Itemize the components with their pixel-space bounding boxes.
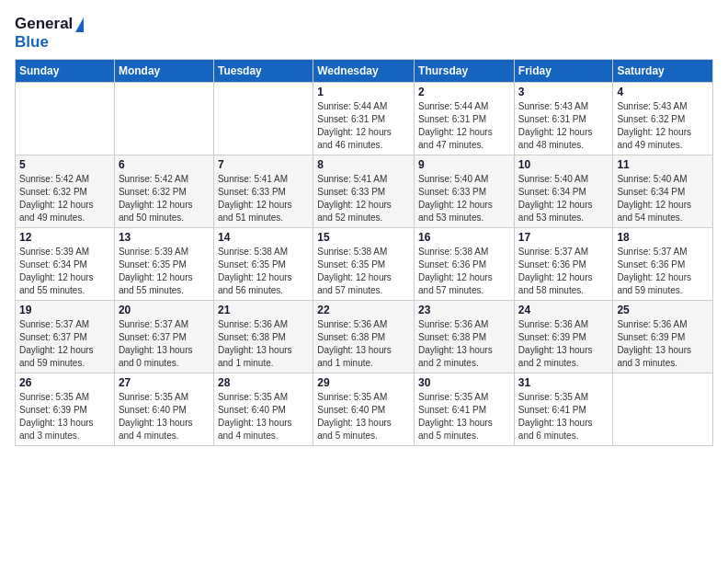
day-number: 26 bbox=[19, 376, 110, 389]
day-info: Sunrise: 5:36 AM Sunset: 6:39 PM Dayligh… bbox=[518, 318, 609, 370]
day-cell-27: 27Sunrise: 5:35 AM Sunset: 6:40 PM Dayli… bbox=[114, 373, 213, 446]
day-cell-29: 29Sunrise: 5:35 AM Sunset: 6:40 PM Dayli… bbox=[313, 373, 415, 446]
header: General Blue bbox=[15, 15, 713, 52]
day-cell-23: 23Sunrise: 5:36 AM Sunset: 6:38 PM Dayli… bbox=[415, 301, 515, 373]
day-cell-19: 19Sunrise: 5:37 AM Sunset: 6:37 PM Dayli… bbox=[16, 301, 115, 373]
day-cell-8: 8Sunrise: 5:41 AM Sunset: 6:33 PM Daylig… bbox=[313, 155, 415, 228]
day-cell-25: 25Sunrise: 5:36 AM Sunset: 6:39 PM Dayli… bbox=[613, 301, 713, 373]
day-number: 22 bbox=[317, 304, 410, 316]
day-info: Sunrise: 5:35 AM Sunset: 6:41 PM Dayligh… bbox=[518, 391, 609, 442]
week-row-3: 12Sunrise: 5:39 AM Sunset: 6:34 PM Dayli… bbox=[16, 228, 713, 301]
day-cell-17: 17Sunrise: 5:37 AM Sunset: 6:36 PM Dayli… bbox=[514, 228, 613, 301]
day-info: Sunrise: 5:40 AM Sunset: 6:33 PM Dayligh… bbox=[418, 173, 510, 224]
day-number: 24 bbox=[518, 304, 609, 316]
calendar: SundayMondayTuesdayWednesdayThursdayFrid… bbox=[15, 59, 713, 446]
week-row-5: 26Sunrise: 5:35 AM Sunset: 6:39 PM Dayli… bbox=[16, 373, 713, 446]
day-header-monday: Monday bbox=[114, 60, 213, 83]
day-info: Sunrise: 5:39 AM Sunset: 6:34 PM Dayligh… bbox=[19, 246, 110, 297]
day-info: Sunrise: 5:37 AM Sunset: 6:36 PM Dayligh… bbox=[518, 246, 609, 297]
day-number: 8 bbox=[317, 158, 410, 171]
day-headers-row: SundayMondayTuesdayWednesdayThursdayFrid… bbox=[16, 60, 713, 83]
day-cell-12: 12Sunrise: 5:39 AM Sunset: 6:34 PM Dayli… bbox=[16, 228, 115, 301]
day-cell-13: 13Sunrise: 5:39 AM Sunset: 6:35 PM Dayli… bbox=[114, 228, 213, 301]
day-number: 1 bbox=[317, 86, 410, 98]
day-cell-7: 7Sunrise: 5:41 AM Sunset: 6:33 PM Daylig… bbox=[213, 155, 313, 228]
day-cell-31: 31Sunrise: 5:35 AM Sunset: 6:41 PM Dayli… bbox=[514, 373, 613, 446]
day-cell-30: 30Sunrise: 5:35 AM Sunset: 6:41 PM Dayli… bbox=[415, 373, 515, 446]
day-cell-18: 18Sunrise: 5:37 AM Sunset: 6:36 PM Dayli… bbox=[613, 228, 713, 301]
day-info: Sunrise: 5:36 AM Sunset: 6:38 PM Dayligh… bbox=[218, 318, 309, 370]
day-info: Sunrise: 5:35 AM Sunset: 6:40 PM Dayligh… bbox=[317, 391, 410, 442]
empty-cell bbox=[114, 83, 213, 155]
day-cell-24: 24Sunrise: 5:36 AM Sunset: 6:39 PM Dayli… bbox=[514, 301, 613, 373]
day-number: 17 bbox=[518, 231, 609, 244]
day-number: 29 bbox=[317, 376, 410, 389]
day-number: 20 bbox=[119, 304, 210, 316]
day-info: Sunrise: 5:43 AM Sunset: 6:32 PM Dayligh… bbox=[617, 100, 709, 152]
empty-cell bbox=[16, 83, 115, 155]
day-cell-20: 20Sunrise: 5:37 AM Sunset: 6:37 PM Dayli… bbox=[114, 301, 213, 373]
day-number: 28 bbox=[218, 376, 309, 389]
day-info: Sunrise: 5:35 AM Sunset: 6:39 PM Dayligh… bbox=[19, 391, 110, 442]
day-cell-26: 26Sunrise: 5:35 AM Sunset: 6:39 PM Dayli… bbox=[16, 373, 115, 446]
day-info: Sunrise: 5:44 AM Sunset: 6:31 PM Dayligh… bbox=[317, 100, 410, 152]
day-cell-28: 28Sunrise: 5:35 AM Sunset: 6:40 PM Dayli… bbox=[213, 373, 313, 446]
empty-cell bbox=[613, 373, 713, 446]
logo-general-text: General bbox=[15, 15, 73, 33]
day-cell-3: 3Sunrise: 5:43 AM Sunset: 6:31 PM Daylig… bbox=[514, 83, 613, 155]
day-number: 16 bbox=[418, 231, 510, 244]
logo: General Blue bbox=[15, 15, 84, 52]
day-number: 30 bbox=[418, 376, 510, 389]
day-cell-4: 4Sunrise: 5:43 AM Sunset: 6:32 PM Daylig… bbox=[613, 83, 713, 155]
day-number: 21 bbox=[218, 304, 309, 316]
day-info: Sunrise: 5:36 AM Sunset: 6:38 PM Dayligh… bbox=[317, 318, 410, 370]
day-info: Sunrise: 5:37 AM Sunset: 6:36 PM Dayligh… bbox=[617, 246, 709, 297]
day-info: Sunrise: 5:35 AM Sunset: 6:40 PM Dayligh… bbox=[218, 391, 309, 442]
day-number: 25 bbox=[617, 304, 709, 316]
day-number: 3 bbox=[518, 86, 609, 98]
day-number: 23 bbox=[418, 304, 510, 316]
day-info: Sunrise: 5:38 AM Sunset: 6:35 PM Dayligh… bbox=[218, 246, 309, 297]
day-number: 12 bbox=[19, 231, 110, 244]
day-info: Sunrise: 5:42 AM Sunset: 6:32 PM Dayligh… bbox=[19, 173, 110, 224]
day-cell-21: 21Sunrise: 5:36 AM Sunset: 6:38 PM Dayli… bbox=[213, 301, 313, 373]
day-cell-16: 16Sunrise: 5:38 AM Sunset: 6:36 PM Dayli… bbox=[415, 228, 515, 301]
week-row-4: 19Sunrise: 5:37 AM Sunset: 6:37 PM Dayli… bbox=[16, 301, 713, 373]
day-number: 15 bbox=[317, 231, 410, 244]
day-cell-1: 1Sunrise: 5:44 AM Sunset: 6:31 PM Daylig… bbox=[313, 83, 415, 155]
day-cell-5: 5Sunrise: 5:42 AM Sunset: 6:32 PM Daylig… bbox=[16, 155, 115, 228]
day-info: Sunrise: 5:42 AM Sunset: 6:32 PM Dayligh… bbox=[119, 173, 210, 224]
day-number: 7 bbox=[218, 158, 309, 171]
day-number: 11 bbox=[617, 158, 709, 171]
day-info: Sunrise: 5:36 AM Sunset: 6:38 PM Dayligh… bbox=[418, 318, 510, 370]
day-number: 9 bbox=[418, 158, 510, 171]
day-header-thursday: Thursday bbox=[415, 60, 515, 83]
day-number: 14 bbox=[218, 231, 309, 244]
day-info: Sunrise: 5:40 AM Sunset: 6:34 PM Dayligh… bbox=[617, 173, 709, 224]
day-number: 6 bbox=[119, 158, 210, 171]
day-number: 27 bbox=[119, 376, 210, 389]
day-cell-9: 9Sunrise: 5:40 AM Sunset: 6:33 PM Daylig… bbox=[415, 155, 515, 228]
day-cell-6: 6Sunrise: 5:42 AM Sunset: 6:32 PM Daylig… bbox=[114, 155, 213, 228]
day-info: Sunrise: 5:35 AM Sunset: 6:41 PM Dayligh… bbox=[418, 391, 510, 442]
week-row-2: 5Sunrise: 5:42 AM Sunset: 6:32 PM Daylig… bbox=[16, 155, 713, 228]
day-info: Sunrise: 5:38 AM Sunset: 6:35 PM Dayligh… bbox=[317, 246, 410, 297]
day-cell-14: 14Sunrise: 5:38 AM Sunset: 6:35 PM Dayli… bbox=[213, 228, 313, 301]
day-info: Sunrise: 5:37 AM Sunset: 6:37 PM Dayligh… bbox=[19, 318, 110, 370]
day-cell-11: 11Sunrise: 5:40 AM Sunset: 6:34 PM Dayli… bbox=[613, 155, 713, 228]
day-number: 10 bbox=[518, 158, 609, 171]
day-info: Sunrise: 5:41 AM Sunset: 6:33 PM Dayligh… bbox=[218, 173, 309, 224]
day-number: 19 bbox=[19, 304, 110, 316]
empty-cell bbox=[213, 83, 313, 155]
day-header-wednesday: Wednesday bbox=[313, 60, 415, 83]
day-info: Sunrise: 5:43 AM Sunset: 6:31 PM Dayligh… bbox=[518, 100, 609, 152]
day-cell-2: 2Sunrise: 5:44 AM Sunset: 6:31 PM Daylig… bbox=[415, 83, 515, 155]
day-header-saturday: Saturday bbox=[613, 60, 713, 83]
day-info: Sunrise: 5:35 AM Sunset: 6:40 PM Dayligh… bbox=[119, 391, 210, 442]
day-header-tuesday: Tuesday bbox=[213, 60, 313, 83]
week-row-1: 1Sunrise: 5:44 AM Sunset: 6:31 PM Daylig… bbox=[16, 83, 713, 155]
day-info: Sunrise: 5:36 AM Sunset: 6:39 PM Dayligh… bbox=[617, 318, 709, 370]
day-number: 13 bbox=[119, 231, 210, 244]
logo-triangle-icon bbox=[75, 17, 84, 32]
day-number: 31 bbox=[518, 376, 609, 389]
